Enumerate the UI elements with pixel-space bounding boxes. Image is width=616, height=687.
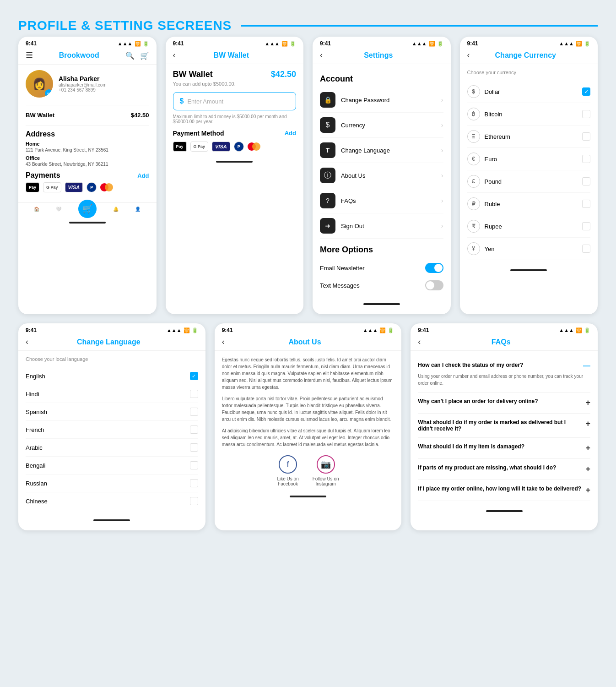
faq-item-2[interactable]: What should I do if my order is marked a…	[418, 414, 590, 438]
language-checkbox[interactable]	[190, 390, 198, 398]
language-checkbox[interactable]	[190, 497, 198, 505]
nav-bell[interactable]: 🔔	[113, 207, 119, 218]
nav-profile[interactable]: 👤	[135, 207, 140, 218]
status-bar-5: 9:41 ▲▲▲🛜🔋	[18, 323, 205, 335]
currency-name: Ruble	[485, 201, 578, 207]
currency-checkbox[interactable]	[582, 222, 590, 230]
faq-item-4[interactable]: If parts of my product are missing, what…	[418, 459, 590, 480]
instagram-link[interactable]: 📷 Follow Us onInstagram	[313, 455, 339, 486]
currency-checkbox[interactable]	[582, 177, 590, 185]
signout-icon: ➜	[320, 218, 335, 234]
currency-nav-bar: ‹ Change Currency	[460, 49, 598, 64]
currency-item-dollar[interactable]: $ Dollar ✓	[467, 81, 591, 103]
more-options-title: More Options	[320, 245, 443, 255]
back-button-language[interactable]: ‹	[26, 337, 28, 347]
currency-checkbox[interactable]	[582, 110, 590, 118]
visa-wallet: VISA	[212, 142, 230, 152]
faq-item-5[interactable]: If I place my order online, how long wil…	[418, 480, 590, 501]
language-checkbox[interactable]	[190, 408, 198, 416]
language-name: English	[26, 373, 45, 380]
language-item-english[interactable]: English ✓	[26, 367, 198, 385]
faq-question: What should I do if my item is damaged? …	[418, 443, 590, 453]
back-button-wallet[interactable]: ‹	[173, 50, 176, 60]
currency-checkbox[interactable]: ✓	[582, 87, 590, 96]
faq-item-1[interactable]: Why can't I place an order for delivery …	[418, 393, 590, 414]
hamburger-icon[interactable]: ☰	[26, 50, 33, 60]
language-item-french[interactable]: French	[26, 421, 198, 439]
settings-nav-bar: ‹ Settings	[313, 49, 451, 64]
language-nav-bar: ‹ Change Language	[18, 335, 205, 351]
home-indicator-6	[290, 496, 326, 497]
currency-symbol: ₿	[467, 108, 480, 120]
currency-nav-title: Change Currency	[495, 51, 556, 60]
faq-plus-icon[interactable]: +	[585, 398, 590, 408]
language-item-arabic[interactable]: Arabic	[26, 439, 198, 457]
language-item-hindi[interactable]: Hindi	[26, 385, 198, 403]
wallet-screen: 9:41 ▲▲▲🛜🔋 ‹ BW Wallet BW Wallet $42.50 …	[166, 37, 304, 314]
language-checkbox[interactable]	[190, 479, 198, 487]
faq-question: Why can't I place an order for delivery …	[418, 398, 590, 408]
settings-content: Account 🔒 Change Password › $ Currency ›…	[313, 64, 451, 300]
currency-checkbox[interactable]	[582, 200, 590, 208]
language-item-russian[interactable]: Russian	[26, 474, 198, 492]
search-icon[interactable]: 🔍	[125, 51, 135, 60]
back-button-about[interactable]: ‹	[222, 337, 225, 347]
language-content: Choose your local language English ✓ Hin…	[18, 351, 205, 516]
cart-icon[interactable]: 🛒	[140, 51, 149, 60]
settings-currency[interactable]: $ Currency ›	[320, 113, 443, 138]
faq-plus-icon[interactable]: +	[585, 419, 590, 429]
status-bar-3: 9:41 ▲▲▲🛜🔋	[313, 37, 451, 49]
back-button-currency[interactable]: ‹	[467, 50, 470, 60]
nav-cart-center[interactable]: 🛒	[78, 200, 97, 218]
currency-item-pound[interactable]: £ Pound	[467, 170, 591, 193]
amount-input-field[interactable]: $ Enter Amount	[173, 92, 297, 110]
currency-item-yen[interactable]: ¥ Yen	[467, 238, 591, 260]
settings-language[interactable]: T Change Language ›	[320, 138, 443, 163]
paypal-wallet: P	[234, 142, 244, 152]
mastercard-icon	[100, 183, 113, 191]
nav-home[interactable]: 🏠	[34, 207, 39, 218]
currency-item-ruble[interactable]: ₽ Ruble	[467, 193, 591, 215]
faq-plus-icon[interactable]: +	[585, 464, 590, 474]
currency-checkbox[interactable]	[582, 155, 590, 163]
settings-faqs[interactable]: ? FAQs ›	[320, 188, 443, 213]
settings-about[interactable]: ⓘ About Us ›	[320, 163, 443, 188]
settings-signout[interactable]: ➜ Sign Out ›	[320, 213, 443, 239]
nav-heart[interactable]: 🤍	[56, 207, 61, 218]
status-bar-6: 9:41 ▲▲▲🛜🔋	[215, 323, 402, 335]
language-checkbox[interactable]	[190, 425, 198, 434]
language-name: Arabic	[26, 444, 43, 451]
currency-item-bitcoin[interactable]: ₿ Bitcoin	[467, 103, 591, 125]
page-title: PROFILE & SETTING SECREENS	[18, 18, 598, 33]
text-messages-toggle[interactable]	[425, 280, 443, 290]
profile-nav-icons: 🔍 🛒	[125, 51, 149, 60]
add-payment-button[interactable]: Add	[137, 172, 149, 179]
language-name: French	[26, 426, 44, 433]
currency-item-ethereum[interactable]: Ξ Ethereum	[467, 125, 591, 148]
currency-item-rupee[interactable]: ₹ Rupee	[467, 215, 591, 238]
back-button-faq[interactable]: ‹	[418, 337, 421, 347]
language-item-chinese[interactable]: Chinese	[26, 492, 198, 510]
faq-item-0[interactable]: How can I check the status of my order? …	[418, 356, 590, 393]
language-item-spanish[interactable]: Spanish	[26, 403, 198, 421]
lock-icon: 🔒	[320, 92, 335, 108]
language-checkbox[interactable]: ✓	[190, 372, 198, 380]
currency-subtitle: Choose your currency	[467, 70, 591, 75]
language-checkbox[interactable]	[190, 443, 198, 452]
language-nav-title: Change Language	[77, 338, 140, 346]
email-newsletter-toggle[interactable]	[425, 263, 443, 273]
faq-plus-icon[interactable]: +	[585, 443, 590, 453]
language-checkbox[interactable]	[190, 461, 198, 469]
faq-item-3[interactable]: What should I do if my item is damaged? …	[418, 438, 590, 459]
faq-plus-icon[interactable]: +	[585, 485, 590, 495]
home-label: Home	[26, 141, 149, 147]
currency-checkbox[interactable]	[582, 132, 590, 141]
back-button-settings[interactable]: ‹	[320, 50, 323, 60]
add-payment-method-button[interactable]: Add	[285, 130, 296, 137]
faq-nav-title: FAQs	[492, 338, 511, 346]
currency-checkbox[interactable]	[582, 245, 590, 253]
settings-change-password[interactable]: 🔒 Change Password ›	[320, 87, 443, 113]
language-item-bengali[interactable]: Bengali	[26, 457, 198, 474]
facebook-link[interactable]: f Like Us onFacebook	[277, 455, 298, 486]
currency-item-euro[interactable]: € Euro	[467, 148, 591, 170]
